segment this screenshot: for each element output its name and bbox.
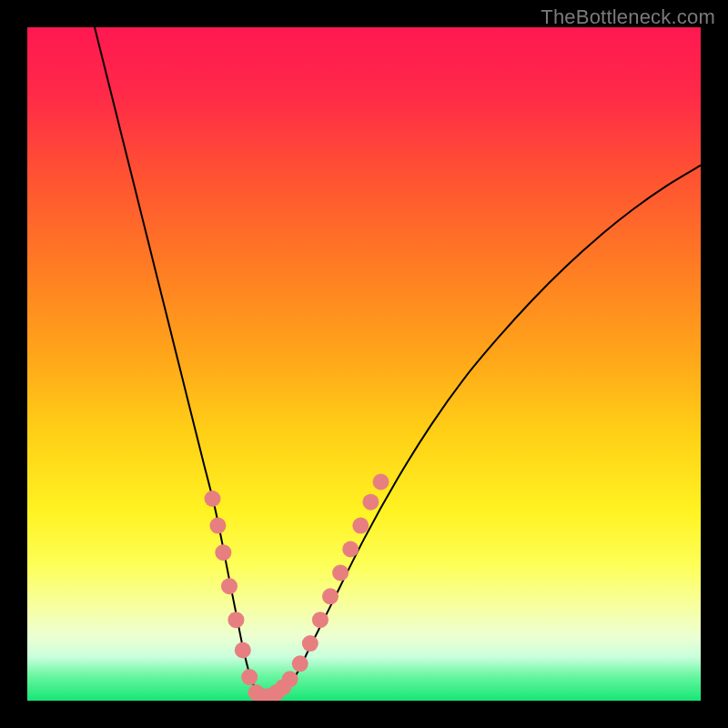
threshold-dot [209, 518, 226, 534]
gradient-background [27, 27, 701, 701]
chart-svg [27, 27, 701, 701]
threshold-dot [215, 544, 231, 561]
threshold-dot [342, 541, 359, 558]
threshold-dot [205, 490, 221, 507]
threshold-dot [282, 671, 298, 687]
threshold-dot [292, 655, 308, 672]
watermark-text: TheBottleneck.com [541, 5, 715, 29]
threshold-dot [373, 474, 389, 490]
threshold-dot [302, 635, 318, 652]
chart-plot-area [27, 27, 701, 701]
threshold-dot [332, 564, 349, 581]
threshold-dot [235, 642, 251, 659]
chart-frame: TheBottleneck.com [0, 0, 728, 728]
threshold-dot [322, 588, 339, 604]
threshold-dot [362, 494, 379, 511]
threshold-dot [352, 518, 369, 534]
threshold-dot [221, 578, 238, 594]
threshold-dot [241, 669, 258, 685]
threshold-dot [312, 612, 329, 628]
threshold-dot [228, 612, 244, 628]
